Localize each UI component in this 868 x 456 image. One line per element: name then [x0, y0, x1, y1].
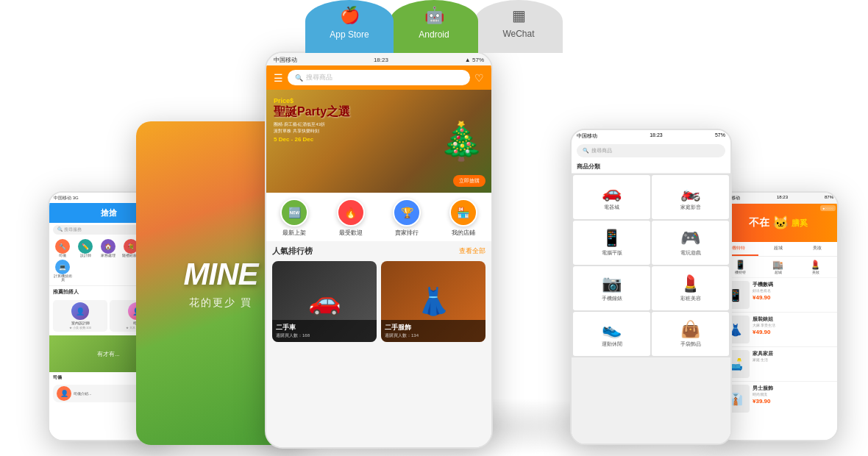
right-product-6[interactable]: 💄彩粧美容 [652, 266, 729, 310]
far-right-p3-info: 家具家居 家庭 生活 [753, 350, 834, 378]
icon-item-1: 🔧 司儀 [52, 239, 73, 257]
tab-wechat[interactable]: ▦ WeChat [474, 0, 563, 53]
far-right-p2-price: ¥49.90 [753, 329, 834, 335]
avatar-1: 👤 [71, 302, 89, 320]
banner-subtitle: 圈精·廚工藝·紅酒低至43折 [274, 121, 350, 128]
far-right-nav-2[interactable]: 超城 [758, 242, 798, 256]
cat-store[interactable]: 🏪 我的店鋪 [449, 199, 477, 237]
right-product-4[interactable]: 🎮電玩遊戲 [652, 221, 729, 265]
far-right-product-3[interactable]: 🛋️ 家具家居 家庭 生活 [719, 347, 837, 382]
cat-new-icon: 🆕 [280, 199, 308, 227]
banner-cta[interactable]: 立即搶購 [453, 175, 485, 187]
far-right-p1-info: 手機數碼 好出色有名 ¥49.90 [753, 281, 834, 309]
bottom-avatar: 👤 [57, 386, 71, 401]
center-time: 18:23 [374, 57, 388, 63]
ranking-title: 人氣排行榜 [272, 246, 313, 257]
left-carrier: 中国移动 3G [54, 195, 79, 202]
mine-logo: MINE [184, 257, 258, 292]
cat-store-label: 我的店鋪 [452, 229, 475, 237]
wechat-label: WeChat [502, 29, 534, 39]
hamburger-icon[interactable]: ☰ [274, 72, 283, 84]
far-right-battery: 87% [825, 195, 833, 202]
mine-subtitle: 花的更少 買 [184, 296, 258, 310]
person-name-1: 室內設計師 [71, 321, 90, 325]
center-search-bar[interactable]: 🔍 搜尋商品 [288, 70, 470, 85]
far-right-time: 18:23 [777, 195, 788, 202]
cat-new[interactable]: 🆕 最新上架 [280, 199, 308, 237]
right-product-8[interactable]: 👜手袋飾品 [652, 312, 729, 356]
far-right-p1-price: ¥49.90 [753, 294, 834, 301]
phone-right: 中国移动 18:23 57% 🔍 搜尋商品 商品分類 🚗電器城 🏍️家庭影音 📱… [570, 129, 732, 445]
banner-text-area: Price$ 聖誕Party之選 圈精·廚工藝·紅酒低至43折 派對單株 共享快… [274, 97, 350, 143]
far-right-p4-info: 男士服飾 時尚潮流 ¥39.90 [753, 385, 834, 413]
cat-rank[interactable]: 🏆 賣家排行 [393, 199, 421, 237]
phone-center-content: 中国移动 18:23 ▲ 57% ☰ 🔍 搜尋商品 ♡ Price$ 聖誕Par… [266, 53, 491, 447]
cat-store-icon: 🏪 [449, 199, 477, 227]
center-categories: 🆕 最新上架 🔥 最受歡迎 🏆 賣家排行 🏪 我的店鋪 [266, 193, 491, 241]
right-header: 🔍 搜尋商品 [572, 141, 730, 160]
cat-rank-label: 賣家排行 [395, 229, 419, 237]
ranking-cards: 🚗 二手車 週購買人數：168 👗 二手服飾 週購買人數：134 [272, 261, 485, 342]
rank-card-1-info: 二手車 週購買人數：168 [272, 320, 377, 342]
icon-label-6: 計算機技術員 [52, 274, 73, 282]
right-search[interactable]: 🔍 搜尋商品 [577, 144, 725, 157]
far-right-p1-name: 手機數碼 [753, 281, 834, 288]
far-right-nav-3[interactable]: 美妝 [797, 242, 837, 256]
heart-icon[interactable]: ♡ [474, 72, 484, 84]
rank-card-2-title: 二手服飾 [385, 323, 482, 332]
far-right-product-2[interactable]: 👗 服裝錶姐 大麻 享受生活 ¥49.90 [719, 313, 837, 347]
far-right-banner: 不在 🐱 膳奚 ●○○○○ [719, 204, 837, 242]
tab-appstore[interactable]: 🍎 App Store [305, 0, 394, 53]
center-banner: Price$ 聖誕Party之選 圈精·廚工藝·紅酒低至43折 派對單株 共享快… [266, 90, 491, 193]
apple-icon: 🍎 [340, 6, 360, 25]
phones-container: 中国移动 3G 17:55 搶搶 🔍 搜尋服務 🔧 司儀 ✏️ 設計師 [0, 40, 868, 456]
right-product-7[interactable]: 👟運動休閒 [573, 312, 650, 356]
rank-card-1-title: 二手車 [276, 323, 373, 332]
cat-rank-icon: 🏆 [393, 199, 421, 227]
icon-circle-1: 🔧 [55, 239, 70, 254]
right-product-3[interactable]: 📱電腦平版 [573, 221, 650, 265]
rank-card-1-sub: 週購買人數：168 [276, 332, 373, 339]
search-placeholder: 搜尋商品 [306, 73, 332, 82]
appstore-label: App Store [330, 29, 369, 40]
right-product-5[interactable]: 📷手機鐘錶 [573, 266, 650, 310]
android-label: Android [419, 29, 449, 40]
icon-label-3: 家務處理 [101, 254, 115, 257]
bottom-person-label: 司儀介紹... [74, 391, 91, 396]
phone-right-content: 中国移动 18:23 57% 🔍 搜尋商品 商品分類 🚗電器城 🏍️家庭影音 📱… [572, 130, 730, 443]
far-right-p3-desc: 家庭 生活 [753, 357, 834, 362]
icon-item-6: 💻 計算機技術員 [52, 260, 73, 282]
far-right-status: 中国移动 18:23 87% [719, 193, 837, 204]
banner-title: 聖誕Party之選 [274, 104, 350, 120]
rank-card-2[interactable]: 👗 二手服飾 週購買人數：134 [381, 261, 485, 342]
cat-new-label: 最新上架 [282, 229, 306, 237]
android-icon: 🤖 [424, 6, 444, 25]
far-right-p2-info: 服裝錶姐 大麻 享受生活 ¥49.90 [753, 316, 834, 343]
banner-scene: 🎄 [438, 120, 484, 163]
rank-card-1[interactable]: 🚗 二手車 週購買人數：168 [272, 261, 377, 342]
tab-android[interactable]: 🤖 Android [390, 0, 478, 53]
far-right-product-1[interactable]: 📱 手機數碼 好出色有名 ¥49.90 [719, 278, 837, 313]
icon-item-2: ✏️ 設計師 [75, 239, 96, 257]
right-product-grid: 🚗電器城 🏍️家庭影音 📱電腦平版 🎮電玩遊戲 📷手機鐘錶 💄彩粧美容 👟運動休… [572, 174, 730, 357]
right-section-label: 商品分類 [572, 160, 730, 174]
far-right-p2-desc: 大麻 享受生活 [753, 323, 834, 327]
right-carrier: 中国移动 [577, 132, 597, 140]
search-icon: 🔍 [295, 74, 303, 82]
far-right-banner-text: 不在 [749, 216, 769, 229]
center-status-bar: 中国移动 18:23 ▲ 57% [266, 53, 491, 65]
right-product-1[interactable]: 🚗電器城 [573, 175, 650, 219]
rank-card-2-sub: 週購買人數：134 [385, 332, 482, 339]
far-right-p1-desc: 好出色有名 [753, 288, 834, 293]
right-product-2[interactable]: 🏍️家庭影音 [652, 175, 729, 219]
person-rating-1: ★ 小美 收費:100 [69, 326, 91, 329]
wechat-icon: ▦ [512, 7, 526, 24]
icon-item-3: 🏠 家務處理 [98, 239, 118, 257]
far-right-p2-name: 服裝錶姐 [753, 316, 834, 323]
icon-circle-3: 🏠 [101, 239, 115, 254]
cat-hot[interactable]: 🔥 最受歡迎 [337, 199, 365, 237]
far-right-product-4[interactable]: 👔 男士服飾 時尚潮流 ¥39.90 [719, 382, 837, 416]
ranking-more[interactable]: 查看全部 [459, 246, 485, 256]
far-right-qi-2: 🏬超城 [772, 260, 783, 274]
center-carrier: 中国移动 [274, 56, 297, 64]
